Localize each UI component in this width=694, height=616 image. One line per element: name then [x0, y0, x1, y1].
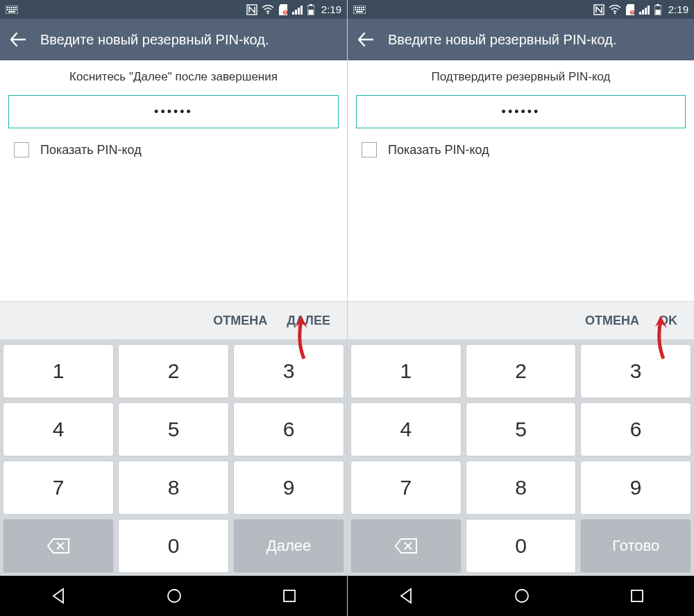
key-9[interactable]: 9	[233, 461, 344, 515]
keyboard-icon	[353, 6, 366, 14]
key-7[interactable]: 7	[3, 461, 114, 515]
key-2[interactable]: 2	[118, 344, 229, 398]
key-5[interactable]: 5	[118, 402, 229, 456]
sd-card-icon	[625, 4, 635, 15]
android-navbar	[348, 576, 694, 616]
battery-icon	[307, 4, 314, 15]
confirm-button[interactable]: ДАЛЕЕ	[287, 314, 330, 328]
wifi-icon	[262, 5, 274, 15]
key-0[interactable]: 0	[118, 519, 229, 573]
svg-rect-41	[645, 8, 647, 15]
key-5[interactable]: 5	[466, 402, 577, 456]
key-0[interactable]: 0	[466, 519, 577, 573]
svg-rect-23	[284, 590, 295, 601]
statusbar-time: 2:19	[321, 3, 341, 15]
android-navbar	[0, 576, 347, 616]
back-button[interactable]	[356, 31, 374, 49]
svg-rect-47	[632, 590, 643, 601]
svg-rect-34	[363, 9, 364, 10]
key-done[interactable]: Готово	[580, 519, 691, 573]
show-pin-checkbox[interactable]	[362, 142, 377, 157]
nfc-icon	[593, 4, 604, 15]
key-backspace[interactable]	[3, 519, 114, 573]
key-4[interactable]: 4	[3, 402, 114, 456]
nav-back-button[interactable]	[49, 587, 67, 605]
svg-rect-33	[361, 9, 362, 10]
back-button[interactable]	[8, 31, 26, 49]
svg-rect-18	[301, 6, 303, 15]
key-7[interactable]: 7	[350, 461, 462, 515]
battery-icon	[654, 4, 661, 15]
svg-rect-27	[359, 7, 360, 8]
cancel-button[interactable]: ОТМЕНА	[213, 314, 267, 328]
show-pin-label: Показать PIN-код	[40, 143, 142, 157]
svg-rect-5	[15, 7, 17, 8]
nav-back-button[interactable]	[397, 587, 415, 605]
svg-rect-1	[7, 7, 8, 8]
svg-rect-42	[648, 6, 650, 15]
svg-point-46	[516, 590, 528, 602]
actionbar: ОТМЕНА OK	[348, 301, 694, 340]
svg-point-13	[266, 12, 269, 14]
statusbar: 2:19	[0, 0, 347, 19]
nav-home-button[interactable]	[165, 587, 183, 605]
svg-rect-17	[298, 8, 300, 15]
key-8[interactable]: 8	[466, 461, 577, 515]
pin-input[interactable]: ••••••	[8, 95, 339, 128]
content: Коснитесь "Далее" после завершения •••••…	[0, 60, 347, 301]
signal-icon	[639, 5, 650, 15]
svg-point-37	[613, 12, 616, 14]
confirm-button[interactable]: OK	[659, 314, 677, 328]
backspace-icon	[46, 538, 70, 554]
svg-rect-3	[11, 7, 12, 8]
statusbar: 2:19	[348, 0, 694, 19]
nav-recent-button[interactable]	[629, 588, 645, 604]
svg-rect-11	[8, 11, 15, 12]
svg-rect-25	[355, 7, 356, 8]
page-title: Введите новый резервный PIN-код.	[388, 32, 616, 48]
svg-rect-7	[9, 9, 10, 10]
key-3[interactable]: 3	[580, 344, 691, 398]
pin-input[interactable]: ••••••	[356, 95, 686, 128]
key-1[interactable]: 1	[350, 344, 462, 398]
key-4[interactable]: 4	[350, 402, 462, 456]
svg-rect-28	[361, 7, 362, 8]
svg-rect-15	[292, 12, 294, 15]
svg-point-22	[168, 590, 180, 602]
key-6[interactable]: 6	[233, 402, 344, 456]
numeric-keypad: 1 2 3 4 5 6 7 8 9 0 Готово	[348, 340, 694, 576]
svg-rect-10	[15, 9, 17, 10]
screen-left: 2:19 Введите новый резервный PIN-код. Ко…	[0, 0, 347, 616]
nav-recent-button[interactable]	[281, 588, 298, 604]
show-pin-label: Показать PIN-код	[388, 143, 489, 157]
svg-rect-8	[11, 9, 12, 10]
nav-home-button[interactable]	[513, 587, 531, 605]
svg-rect-30	[355, 9, 356, 10]
cancel-button[interactable]: ОТМЕНА	[585, 314, 639, 328]
show-pin-checkbox[interactable]	[14, 142, 29, 157]
page-title: Введите новый резервный PIN-код.	[40, 32, 269, 48]
key-1[interactable]: 1	[3, 344, 114, 398]
svg-rect-31	[357, 9, 358, 10]
instruction-text: Подтвердите резервный PIN-код	[356, 70, 686, 84]
svg-rect-4	[13, 7, 15, 8]
svg-rect-26	[357, 7, 358, 8]
numeric-keypad: 1 2 3 4 5 6 7 8 9 0 Далее	[0, 340, 347, 576]
show-pin-row[interactable]: Показать PIN-код	[356, 141, 686, 159]
key-next[interactable]: Далее	[233, 519, 344, 573]
key-6[interactable]: 6	[580, 402, 691, 456]
show-pin-row[interactable]: Показать PIN-код	[8, 141, 339, 159]
svg-rect-40	[642, 10, 644, 15]
key-backspace[interactable]	[350, 519, 462, 573]
svg-rect-21	[308, 10, 313, 15]
actionbar: ОТМЕНА ДАЛЕЕ	[0, 301, 347, 340]
content: Подтвердите резервный PIN-код •••••• Пок…	[348, 60, 694, 301]
key-9[interactable]: 9	[580, 461, 691, 515]
appbar: Введите новый резервный PIN-код.	[0, 19, 347, 60]
svg-rect-9	[13, 9, 15, 10]
keyboard-icon	[6, 6, 18, 14]
key-2[interactable]: 2	[466, 344, 577, 398]
key-3[interactable]: 3	[233, 344, 344, 398]
key-8[interactable]: 8	[118, 461, 229, 515]
svg-rect-2	[9, 7, 10, 8]
